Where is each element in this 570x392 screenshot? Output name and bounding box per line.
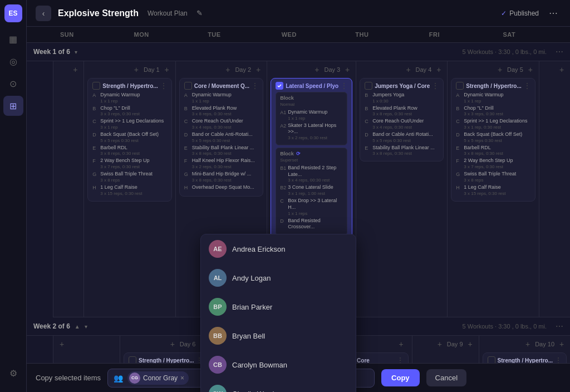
ex-row: DBand or Cable Anti-Rotati...5 x 5 reps … (184, 131, 258, 143)
copy-button[interactable]: Copy (381, 369, 420, 386)
card-checkbox-day10[interactable] (488, 356, 495, 363)
add-mon-button[interactable]: + (131, 65, 141, 75)
workout-card-day6[interactable]: Strength / Hypertro... ⋮ ADynamic Warmup… (124, 352, 208, 363)
dropdown-item-bp[interactable]: BP Brian Parker (201, 292, 356, 321)
card-title-day1: Strength / Hypertro... (102, 83, 158, 89)
sidebar-icon-team[interactable]: ⊞ (3, 96, 23, 116)
avatar-ae: AE (209, 240, 227, 258)
add-day1-button[interactable]: + (162, 65, 172, 75)
workout-card-day10[interactable]: Strength / Hypertro... ⋮ ADynamic Warmup… (483, 352, 567, 363)
week2-chevron-up[interactable]: ▲ (75, 324, 80, 330)
week1-chevron[interactable]: ▾ (75, 49, 77, 55)
sidebar-icon-dollar[interactable]: ◎ (3, 51, 23, 71)
card-more-day4[interactable]: ⋮ (432, 82, 439, 90)
ex-row: F2 Way Bench Step Up3 x 7 reps, 0:30 res… (456, 158, 530, 169)
dropdown-item-ae[interactable]: AE Andrea Erickson (201, 234, 356, 263)
edit-icon[interactable]: ✎ (196, 9, 203, 17)
ex-row: A2Skater 3 Lateral Hops >>...3 x 2 reps,… (280, 122, 343, 140)
week1-row-num (27, 61, 53, 317)
card-more-day3[interactable]: ⋮ (341, 82, 347, 90)
dropdown-item-cw[interactable]: CW Charlie Ward (201, 379, 356, 392)
exercise-list-day4: BJumpers Yoga1 x 0:30 BElevated Plank Ro… (365, 92, 439, 156)
cancel-button[interactable]: Cancel (426, 369, 466, 386)
add-w2-fri[interactable]: + (435, 339, 445, 349)
add-day5-button[interactable]: + (525, 65, 535, 75)
block1-section: Block Normal A1Dynamic Warmup1 x 1 rep A… (276, 92, 347, 145)
week1-more[interactable]: ⋯ (556, 47, 563, 56)
add-tue-button[interactable]: + (223, 65, 233, 75)
ex-row: DBand or Cable Anti Rotati...5 x 5 reps … (365, 131, 439, 143)
card-more-w2thu[interactable]: ⋮ (397, 356, 404, 363)
card-checkbox-day6[interactable] (129, 356, 136, 363)
workout-card-day5[interactable]: Strength / Hypertro... ⋮ ADynamic Warmup… (451, 78, 535, 202)
app-avatar[interactable]: ES (4, 4, 22, 22)
card-checkbox-day1[interactable] (92, 82, 100, 90)
sidebar-icon-person[interactable]: ⊙ (3, 74, 23, 94)
avatar-cw: CW (209, 385, 227, 392)
name-cb: Carolyn Bowman (232, 361, 287, 369)
avatar-cb: CB (209, 356, 227, 374)
card-checkbox-day3[interactable] (276, 82, 283, 90)
ex-row: DBack Squat (Back Off Set)5 x 5 reps 0:3… (456, 131, 530, 143)
card-more-day10[interactable]: ⋮ (555, 356, 562, 363)
add-sat-button[interactable]: + (557, 65, 567, 75)
card-checkbox-day4[interactable] (365, 82, 372, 90)
add-w2-sun[interactable]: + (57, 339, 67, 349)
avatar-al: AL (209, 269, 227, 287)
add-day3-button[interactable]: + (342, 65, 352, 75)
ex-row: BJumpers Yoga1 x 0:30 (365, 92, 439, 104)
add-w2-mon[interactable]: + (168, 339, 178, 349)
sidebar-icon-calendar[interactable]: ▦ (3, 29, 23, 49)
workout-card-day3[interactable]: Lateral Speed / Plyo ⋮ Block Normal A1Dy… (271, 78, 352, 242)
week2-more[interactable]: ⋯ (556, 322, 563, 331)
back-button[interactable]: ‹ (36, 6, 51, 21)
workout-card-day1[interactable]: Strength / Hypertro... ⋮ ADynamic Warmup… (87, 78, 171, 202)
add-thu-button[interactable]: + (404, 65, 414, 75)
ex-row: EStability Ball Plank Linear ...3 x 8 re… (184, 145, 258, 156)
card-checkbox-day5[interactable] (456, 82, 464, 90)
header-sun: SUN (53, 27, 127, 42)
add-w2-day10[interactable]: + (557, 339, 567, 349)
avatar-bb: BB (209, 327, 227, 345)
chip-close-button[interactable]: × (180, 374, 184, 382)
week2-chevron-down[interactable]: ▾ (85, 324, 87, 330)
ex-row: ADynamic Warmup1 x 1 rep (184, 92, 258, 104)
exercise-list-day3: Block Normal A1Dynamic Warmup1 x 1 rep A… (276, 92, 347, 236)
day2-label: Day 2 (235, 66, 251, 73)
ex-row: CCore Reach Out/Under3 x 4 reps, 0:30 re… (365, 118, 439, 130)
chip-avatar: CG (129, 373, 140, 384)
user-dropdown: AE Andrea Erickson AL Andy Logan BP Bria… (200, 234, 356, 392)
card-more-day5[interactable]: ⋮ (524, 82, 530, 90)
ex-row: BChop "L" Drill3 x 3 reps, 0:30 rest (456, 105, 530, 117)
ex-row: GSwiss Ball Triple Threat3 x 8 reps (456, 171, 530, 183)
add-wed-button[interactable]: + (312, 65, 322, 75)
ex-row: BElevated Plank Row3 x 8 reps, 0:30 rest (365, 105, 439, 117)
week1-mon-cell: + Day 1 + Strength / Hypertro... ⋮ ADyna… (84, 61, 175, 317)
card-more-day1[interactable]: ⋮ (160, 82, 167, 90)
more-menu-button[interactable]: ⋯ (546, 6, 561, 21)
dropdown-item-bb[interactable]: BB Bryan Bell (201, 321, 356, 350)
card-title-day6: Strength / Hypertro... (139, 357, 194, 364)
card-checkbox-day2[interactable] (184, 82, 192, 90)
add-w2-day9[interactable]: + (465, 339, 475, 349)
add-day4-button[interactable]: + (434, 65, 444, 75)
add-sun-button[interactable]: + (70, 65, 80, 75)
add-w2-thu[interactable]: + (396, 339, 406, 349)
name-ae: Andrea Erickson (232, 245, 285, 253)
card-more-day2[interactable]: ⋮ (252, 82, 258, 90)
ex-row: F2 Way Bench Step Up3 x 7 reps, 0:30 res… (92, 158, 166, 169)
ex-row: DBand Resisted Crossover... (280, 218, 343, 231)
published-badge: ✓ Published (501, 9, 539, 17)
dropdown-item-al[interactable]: AL Andy Logan (201, 263, 356, 292)
sidebar-icon-settings[interactable]: ⚙ (3, 363, 23, 383)
workout-card-w2thu[interactable]: / Core ⋮ (349, 352, 409, 363)
day5-label: Day 5 (507, 66, 523, 73)
dropdown-item-cb[interactable]: CB Carolyn Bowman (201, 350, 356, 379)
ex-row: B23 Cone Lateral Slide3 x 1 rep, 1:00 re… (280, 184, 343, 196)
ex-row: CSprint >> 1 Leg Declarations3 x 1 rep, … (456, 118, 530, 130)
workout-card-day4[interactable]: Jumpers Yoga / Core ⋮ BJumpers Yoga1 x 0… (360, 78, 444, 161)
add-day2-button[interactable]: + (253, 65, 263, 75)
workout-card-day2[interactable]: Core / Movement Q... ⋮ ADynamic Warmup1 … (179, 78, 263, 197)
add-fri-button[interactable]: + (495, 65, 505, 75)
add-w2-sat[interactable]: + (523, 339, 533, 349)
